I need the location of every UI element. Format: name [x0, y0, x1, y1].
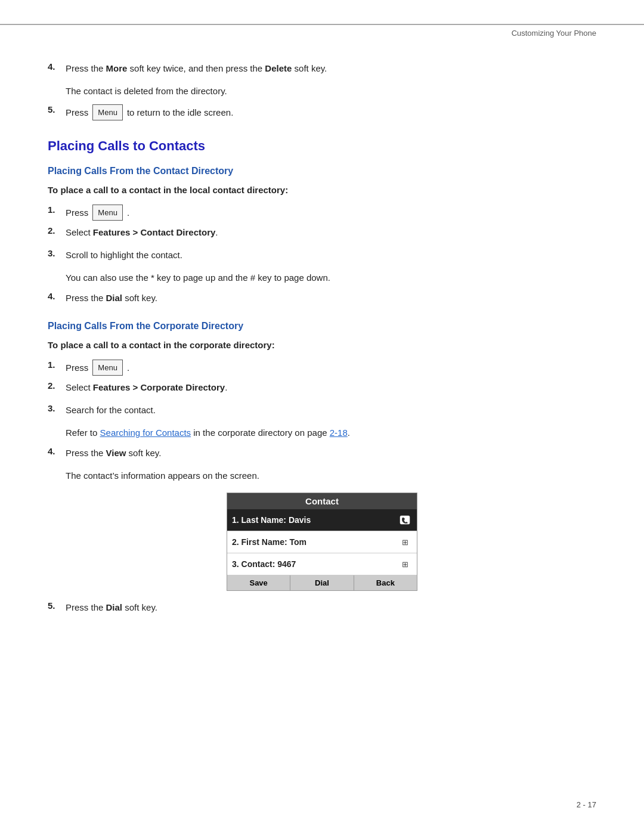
page-number: 2 - 17	[577, 800, 596, 809]
grid-icon-2: ⊞	[398, 557, 412, 571]
sub2-heading: Placing Calls From the Corporate Directo…	[48, 321, 596, 332]
sub1-s4-num: 4.	[48, 291, 66, 301]
step4-text: Press the More soft key twice, and then …	[66, 61, 596, 76]
sub1-s1-num: 1.	[48, 205, 66, 215]
sub2-s1-num: 1.	[48, 360, 66, 370]
menu-button-sub1-s1[interactable]: Menu	[92, 205, 123, 221]
sub1-s3-num: 3.	[48, 248, 66, 258]
sub-section-corp-dir: Placing Calls From the Corporate Directo…	[48, 321, 596, 618]
sub2-s4-content: Press the View soft key.	[66, 446, 596, 464]
contact-row-2-text: 2. First Name: Tom	[232, 537, 398, 547]
sub2-step3: 3. Search for the contact.	[48, 403, 596, 421]
step5-content: Press Menu to return to the idle screen.	[66, 104, 596, 120]
back-button[interactable]: Back	[354, 575, 417, 590]
step4-number: 4.	[48, 61, 66, 72]
sub2-s5-num: 5.	[48, 600, 66, 611]
contact-row-1-text: 1. Last Name: Davis	[232, 515, 398, 525]
sub1-s3-content: Scroll to highlight the contact.	[66, 248, 596, 266]
sub2-s3-content: Search for the contact.	[66, 403, 596, 421]
page-link[interactable]: 2-18	[330, 428, 348, 438]
top-step5: 5. Press Menu to return to the idle scre…	[48, 104, 596, 120]
searching-contacts-link[interactable]: Searching for Contacts	[100, 428, 191, 438]
sub-section-contact-dir: Placing Calls From the Contact Directory…	[48, 166, 596, 309]
sub1-s1-press: Press Menu .	[66, 205, 596, 221]
top-section: 4. Press the More soft key twice, and th…	[48, 61, 596, 120]
step4-subtext: The contact is deleted from the director…	[66, 84, 596, 98]
sub1-step1: 1. Press Menu .	[48, 205, 596, 221]
step5-number: 5.	[48, 104, 66, 114]
sub1-s1-content: Press Menu .	[66, 205, 596, 221]
sub2-s1-content: Press Menu .	[66, 360, 596, 376]
step4-content: Press the More soft key twice, and then …	[66, 61, 596, 79]
contact-row-3-text: 3. Contact: 9467	[232, 559, 398, 569]
save-button[interactable]: Save	[227, 575, 290, 590]
sub1-s4-content: Press the Dial soft key.	[66, 291, 596, 309]
sub1-instruction: To place a call to a contact in the loca…	[48, 184, 596, 197]
contact-screen: Contact 1. Last Name: Davis 2. First Nam…	[227, 493, 417, 591]
header-label: Customizing Your Phone	[0, 25, 644, 38]
dial-button[interactable]: Dial	[290, 575, 354, 590]
grid-icon-1: ⊞	[398, 535, 412, 549]
sub2-s3-subtext: Refer to Searching for Contacts in the c…	[66, 426, 596, 440]
contact-row-3: 3. Contact: 9467 ⊞	[227, 553, 417, 575]
sub2-step4: 4. Press the View soft key.	[48, 446, 596, 464]
sub2-s1-press: Press Menu .	[66, 360, 596, 376]
sub1-s3-subtext: You can also use the * key to page up an…	[66, 271, 596, 285]
sub2-s2-num: 2.	[48, 380, 66, 391]
sub2-instruction: To place a call to a contact in the corp…	[48, 339, 596, 352]
contact-row-1: 1. Last Name: Davis	[227, 509, 417, 531]
phone-icon	[398, 513, 412, 527]
sub1-heading: Placing Calls From the Contact Directory	[48, 166, 596, 176]
sub1-s2-num: 2.	[48, 225, 66, 236]
top-step4: 4. Press the More soft key twice, and th…	[48, 61, 596, 79]
sub2-s4-subtext: The contact’s information appears on the…	[66, 469, 596, 483]
step5-press-line: Press Menu to return to the idle screen.	[66, 104, 596, 120]
sub1-step2: 2. Select Features > Contact Directory.	[48, 225, 596, 243]
contact-screen-title: Contact	[227, 493, 417, 509]
sub2-s2-content: Select Features > Corporate Directory.	[66, 380, 596, 398]
sub2-step5: 5. Press the Dial soft key.	[48, 600, 596, 618]
contact-row-2: 2. First Name: Tom ⊞	[227, 531, 417, 553]
sub1-s2-content: Select Features > Contact Directory.	[66, 225, 596, 243]
content-area: 4. Press the More soft key twice, and th…	[0, 38, 644, 659]
sub2-step1: 1. Press Menu .	[48, 360, 596, 376]
sub1-step4: 4. Press the Dial soft key.	[48, 291, 596, 309]
sub2-s4-num: 4.	[48, 446, 66, 456]
sub1-step3: 3. Scroll to highlight the contact.	[48, 248, 596, 266]
sub2-step2: 2. Select Features > Corporate Directory…	[48, 380, 596, 398]
sub2-s3-num: 3.	[48, 403, 66, 413]
menu-button-top[interactable]: Menu	[92, 104, 123, 120]
sub2-s5-content: Press the Dial soft key.	[66, 600, 596, 618]
contact-screen-footer: Save Dial Back	[227, 575, 417, 590]
menu-button-sub2-s1[interactable]: Menu	[92, 360, 123, 376]
section-title: Placing Calls to Contacts	[48, 138, 596, 154]
